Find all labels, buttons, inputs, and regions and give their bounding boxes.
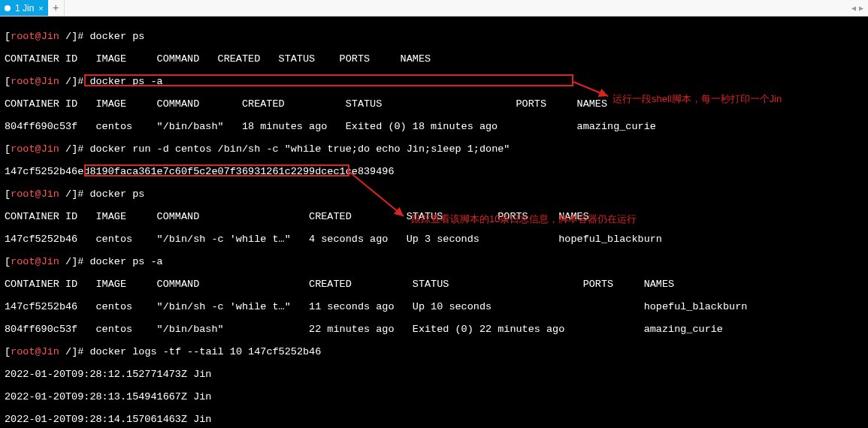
psa-header: CONTAINER ID IMAGE COMMAND CREATED STATU… [5, 279, 863, 290]
ps-header: CONTAINER ID IMAGE COMMAND CREATED STATU… [5, 53, 863, 65]
prompt-line: [root@Jin /]# docker ps [5, 188, 863, 200]
new-tab-button[interactable]: + [48, 0, 65, 16]
prompt-line: [root@Jin /]# docker ps -a [5, 76, 863, 87]
annotation-2: 跟踪查看该脚本的10条日志信息，脚本容器仍在运行 [411, 213, 637, 225]
prompt-line: [root@Jin /]# docker ps [5, 31, 863, 42]
ps-row: 147cf5252b46 centos "/bin/sh -c 'while t… [5, 234, 863, 245]
run-output: 147cf5252b46ed8190faca361e7c60f5c2e07f36… [5, 166, 863, 177]
status-dot-icon [5, 5, 11, 11]
log-line: 2022-01-20T09:28:13.154941667Z Jin [5, 391, 863, 402]
chevron-left-icon[interactable]: ◀ [851, 4, 856, 13]
psa-row: 804ff690c53f centos "/bin/bash" 18 minut… [5, 121, 863, 132]
tab-label: 1 Jin [15, 3, 34, 14]
prompt-line: [root@Jin /]# docker run -d centos /bin/… [5, 143, 863, 155]
psa-row: 804ff690c53f centos "/bin/bash" 22 minut… [5, 324, 863, 335]
prompt-line: [root@Jin /]# docker ps -a [5, 256, 863, 267]
tab-overflow: ◀ ▶ [851, 0, 868, 16]
log-line: 2022-01-20T09:28:12.152771473Z Jin [5, 369, 863, 380]
annotation-1: 运行一段shell脚本，每一秒打印一个Jin [612, 93, 782, 104]
log-line: 2022-01-20T09:28:14.157061463Z Jin [5, 414, 863, 425]
chevron-right-icon[interactable]: ▶ [859, 4, 863, 13]
close-icon[interactable]: × [38, 4, 43, 13]
tab-bar: 1 Jin × + ◀ ▶ [0, 0, 868, 17]
terminal-pane[interactable]: [root@Jin /]# docker ps CONTAINER ID IMA… [0, 17, 868, 428]
plus-icon: + [53, 2, 59, 14]
psa-row: 147cf5252b46 centos "/bin/sh -c 'while t… [5, 301, 863, 312]
prompt-line: [root@Jin /]# docker logs -tf --tail 10 … [5, 346, 863, 357]
tab-session-1[interactable]: 1 Jin × [0, 0, 48, 16]
